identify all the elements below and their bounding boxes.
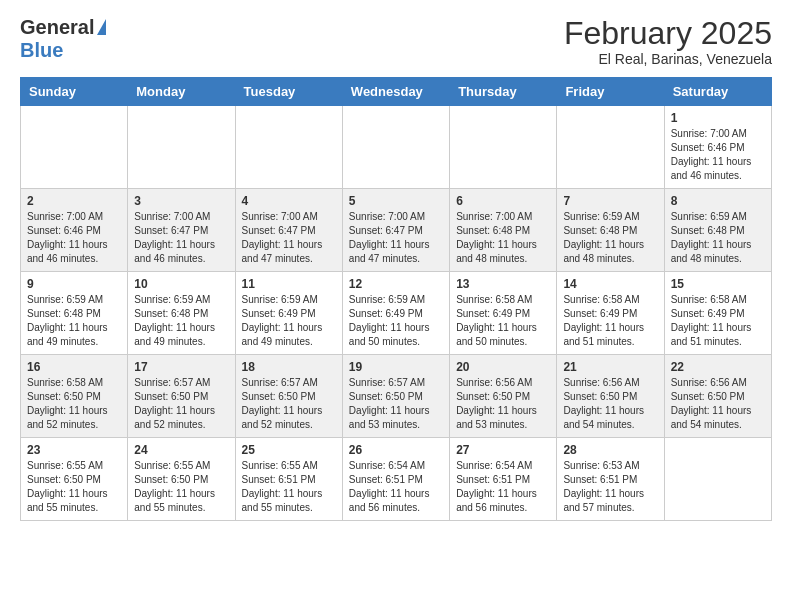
table-row: 26Sunrise: 6:54 AMSunset: 6:51 PMDayligh… [342,438,449,521]
day-number: 26 [349,443,443,457]
day-info: Sunrise: 6:59 AMSunset: 6:48 PMDaylight:… [671,211,752,264]
day-number: 1 [671,111,765,125]
day-info: Sunrise: 6:58 AMSunset: 6:49 PMDaylight:… [456,294,537,347]
col-friday: Friday [557,78,664,106]
day-number: 19 [349,360,443,374]
table-row: 13Sunrise: 6:58 AMSunset: 6:49 PMDayligh… [450,272,557,355]
table-row [450,106,557,189]
day-number: 11 [242,277,336,291]
table-row: 5Sunrise: 7:00 AMSunset: 6:47 PMDaylight… [342,189,449,272]
calendar-week-row: 16Sunrise: 6:58 AMSunset: 6:50 PMDayligh… [21,355,772,438]
table-row [235,106,342,189]
day-info: Sunrise: 6:59 AMSunset: 6:48 PMDaylight:… [27,294,108,347]
day-number: 21 [563,360,657,374]
day-info: Sunrise: 6:55 AMSunset: 6:50 PMDaylight:… [134,460,215,513]
day-info: Sunrise: 6:58 AMSunset: 6:50 PMDaylight:… [27,377,108,430]
day-number: 4 [242,194,336,208]
table-row: 28Sunrise: 6:53 AMSunset: 6:51 PMDayligh… [557,438,664,521]
day-number: 6 [456,194,550,208]
day-number: 25 [242,443,336,457]
calendar-week-row: 2Sunrise: 7:00 AMSunset: 6:46 PMDaylight… [21,189,772,272]
table-row [128,106,235,189]
calendar-week-row: 9Sunrise: 6:59 AMSunset: 6:48 PMDaylight… [21,272,772,355]
logo-general: General [20,16,94,39]
day-number: 7 [563,194,657,208]
logo-triangle-icon [97,19,106,35]
table-row: 1Sunrise: 7:00 AMSunset: 6:46 PMDaylight… [664,106,771,189]
day-info: Sunrise: 6:53 AMSunset: 6:51 PMDaylight:… [563,460,644,513]
day-number: 20 [456,360,550,374]
table-row: 16Sunrise: 6:58 AMSunset: 6:50 PMDayligh… [21,355,128,438]
day-info: Sunrise: 6:54 AMSunset: 6:51 PMDaylight:… [349,460,430,513]
day-info: Sunrise: 7:00 AMSunset: 6:47 PMDaylight:… [242,211,323,264]
table-row [557,106,664,189]
month-title: February 2025 [564,16,772,51]
table-row: 6Sunrise: 7:00 AMSunset: 6:48 PMDaylight… [450,189,557,272]
table-row: 14Sunrise: 6:58 AMSunset: 6:49 PMDayligh… [557,272,664,355]
table-row: 15Sunrise: 6:58 AMSunset: 6:49 PMDayligh… [664,272,771,355]
col-wednesday: Wednesday [342,78,449,106]
day-info: Sunrise: 6:54 AMSunset: 6:51 PMDaylight:… [456,460,537,513]
table-row: 21Sunrise: 6:56 AMSunset: 6:50 PMDayligh… [557,355,664,438]
calendar: Sunday Monday Tuesday Wednesday Thursday… [20,77,772,521]
table-row: 9Sunrise: 6:59 AMSunset: 6:48 PMDaylight… [21,272,128,355]
table-row: 8Sunrise: 6:59 AMSunset: 6:48 PMDaylight… [664,189,771,272]
table-row: 24Sunrise: 6:55 AMSunset: 6:50 PMDayligh… [128,438,235,521]
day-info: Sunrise: 6:56 AMSunset: 6:50 PMDaylight:… [563,377,644,430]
table-row: 2Sunrise: 7:00 AMSunset: 6:46 PMDaylight… [21,189,128,272]
day-number: 16 [27,360,121,374]
day-info: Sunrise: 6:55 AMSunset: 6:50 PMDaylight:… [27,460,108,513]
day-info: Sunrise: 7:00 AMSunset: 6:47 PMDaylight:… [134,211,215,264]
header: General Blue February 2025 El Real, Bari… [20,16,772,67]
day-info: Sunrise: 7:00 AMSunset: 6:48 PMDaylight:… [456,211,537,264]
table-row: 27Sunrise: 6:54 AMSunset: 6:51 PMDayligh… [450,438,557,521]
table-row: 20Sunrise: 6:56 AMSunset: 6:50 PMDayligh… [450,355,557,438]
table-row [342,106,449,189]
day-info: Sunrise: 6:57 AMSunset: 6:50 PMDaylight:… [242,377,323,430]
col-sunday: Sunday [21,78,128,106]
col-monday: Monday [128,78,235,106]
day-number: 17 [134,360,228,374]
table-row [664,438,771,521]
day-number: 15 [671,277,765,291]
day-info: Sunrise: 6:58 AMSunset: 6:49 PMDaylight:… [671,294,752,347]
col-saturday: Saturday [664,78,771,106]
table-row: 18Sunrise: 6:57 AMSunset: 6:50 PMDayligh… [235,355,342,438]
day-info: Sunrise: 6:59 AMSunset: 6:48 PMDaylight:… [563,211,644,264]
day-info: Sunrise: 7:00 AMSunset: 6:47 PMDaylight:… [349,211,430,264]
location: El Real, Barinas, Venezuela [564,51,772,67]
day-number: 13 [456,277,550,291]
day-number: 5 [349,194,443,208]
table-row [21,106,128,189]
logo-blue: Blue [20,39,63,61]
logo: General Blue [20,16,106,62]
day-number: 18 [242,360,336,374]
table-row: 12Sunrise: 6:59 AMSunset: 6:49 PMDayligh… [342,272,449,355]
calendar-header-row: Sunday Monday Tuesday Wednesday Thursday… [21,78,772,106]
day-number: 8 [671,194,765,208]
table-row: 7Sunrise: 6:59 AMSunset: 6:48 PMDaylight… [557,189,664,272]
day-info: Sunrise: 6:58 AMSunset: 6:49 PMDaylight:… [563,294,644,347]
day-info: Sunrise: 6:59 AMSunset: 6:49 PMDaylight:… [242,294,323,347]
day-info: Sunrise: 6:56 AMSunset: 6:50 PMDaylight:… [456,377,537,430]
table-row: 22Sunrise: 6:56 AMSunset: 6:50 PMDayligh… [664,355,771,438]
day-number: 24 [134,443,228,457]
col-thursday: Thursday [450,78,557,106]
calendar-week-row: 23Sunrise: 6:55 AMSunset: 6:50 PMDayligh… [21,438,772,521]
day-number: 10 [134,277,228,291]
title-area: February 2025 El Real, Barinas, Venezuel… [564,16,772,67]
day-number: 28 [563,443,657,457]
day-number: 3 [134,194,228,208]
table-row: 23Sunrise: 6:55 AMSunset: 6:50 PMDayligh… [21,438,128,521]
day-number: 9 [27,277,121,291]
day-info: Sunrise: 6:59 AMSunset: 6:48 PMDaylight:… [134,294,215,347]
page: General Blue February 2025 El Real, Bari… [0,0,792,537]
table-row: 3Sunrise: 7:00 AMSunset: 6:47 PMDaylight… [128,189,235,272]
day-number: 22 [671,360,765,374]
day-number: 14 [563,277,657,291]
calendar-week-row: 1Sunrise: 7:00 AMSunset: 6:46 PMDaylight… [21,106,772,189]
table-row: 19Sunrise: 6:57 AMSunset: 6:50 PMDayligh… [342,355,449,438]
day-info: Sunrise: 6:57 AMSunset: 6:50 PMDaylight:… [349,377,430,430]
col-tuesday: Tuesday [235,78,342,106]
table-row: 4Sunrise: 7:00 AMSunset: 6:47 PMDaylight… [235,189,342,272]
